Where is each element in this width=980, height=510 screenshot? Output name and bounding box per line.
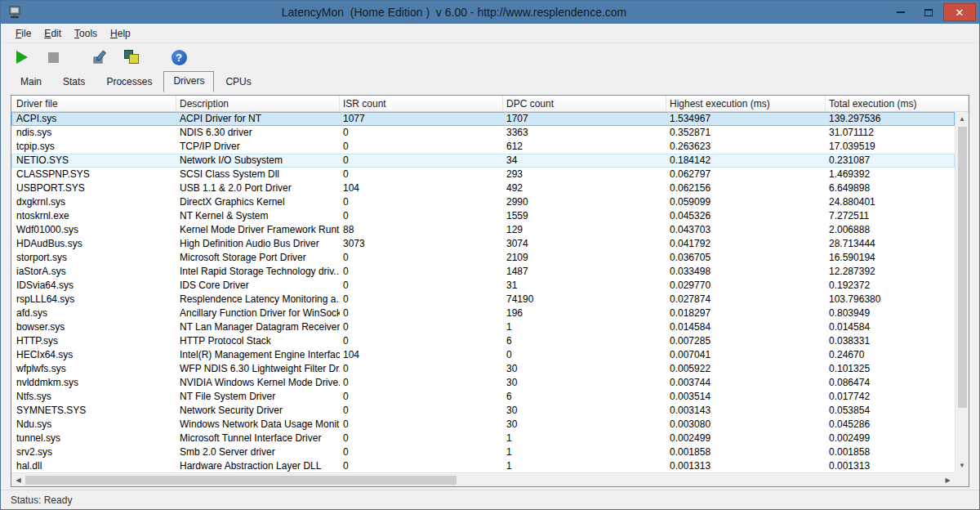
cell: Microsoft Tunnel Interface Driver bbox=[176, 432, 340, 445]
table-row[interactable]: Ndu.sysWindows Network Data Usage Monit.… bbox=[11, 418, 955, 432]
table-row[interactable]: Ntfs.sysNT File System Driver060.0035140… bbox=[11, 390, 955, 404]
table-row[interactable]: ACPI.sysACPI Driver for NT107717071.5349… bbox=[11, 112, 955, 126]
cell: 0 bbox=[340, 154, 503, 168]
title-bar[interactable]: LatencyMon (Home Edition ) v 6.00 - http… bbox=[1, 1, 979, 24]
cell: hal.dll bbox=[11, 459, 176, 473]
tab-processes[interactable]: Processes bbox=[96, 72, 162, 92]
table-row[interactable]: SYMNETS.SYSNetwork Security Driver0300.0… bbox=[11, 404, 955, 418]
cell: 0 bbox=[340, 293, 503, 306]
table-row[interactable]: CLASSPNP.SYSSCSI Class System Dll02930.0… bbox=[11, 168, 955, 181]
cell: Intel Rapid Storage Technology driv... bbox=[176, 265, 340, 279]
cell: 1559 bbox=[503, 209, 666, 223]
table-row[interactable]: dxgkrnl.sysDirectX Graphics Kernel029900… bbox=[11, 195, 955, 209]
column-header-description[interactable]: Description bbox=[176, 96, 340, 111]
menu-item-help[interactable]: Help bbox=[104, 25, 137, 42]
scroll-right-icon[interactable]: ▶ bbox=[941, 473, 955, 487]
vertical-scroll-thumb[interactable] bbox=[958, 127, 967, 408]
table-row[interactable]: ndis.sysNDIS 6.30 driver033630.35287131.… bbox=[11, 126, 955, 140]
horizontal-scroll-thumb[interactable] bbox=[25, 476, 457, 485]
cell: 0.041792 bbox=[666, 237, 826, 251]
cell: 17.039519 bbox=[826, 140, 955, 154]
table-row[interactable]: bowser.sysNT Lan Manager Datagram Receiv… bbox=[11, 320, 955, 334]
tab-drivers[interactable]: Drivers bbox=[163, 71, 214, 92]
vertical-scrollbar[interactable]: ▲ ▼ bbox=[955, 112, 969, 472]
cell: Ancillary Function Driver for WinSock bbox=[176, 306, 340, 320]
help-button[interactable]: ? bbox=[169, 47, 189, 67]
cell: tcpip.sys bbox=[11, 140, 176, 154]
table-row[interactable]: HDAudBus.sysHigh Definition Audio Bus Dr… bbox=[11, 237, 955, 251]
cell: 104 bbox=[340, 348, 503, 362]
table-row[interactable]: srv2.sysSmb 2.0 Server driver010.0018580… bbox=[11, 445, 955, 459]
cell: 0.018297 bbox=[666, 306, 826, 320]
table-row[interactable]: iaStorA.sysIntel Rapid Storage Technolog… bbox=[11, 265, 955, 279]
column-header-isr-count[interactable]: ISR count bbox=[340, 96, 503, 111]
table-row[interactable]: IDSvia64.sysIDS Core Driver0310.0297700.… bbox=[11, 279, 955, 293]
maximize-button[interactable] bbox=[915, 3, 942, 21]
cell: 1.469392 bbox=[826, 168, 955, 181]
cell: 24.880401 bbox=[826, 195, 955, 209]
table-row[interactable]: wfplwfs.sysWFP NDIS 6.30 Lightweight Fil… bbox=[11, 362, 955, 376]
table-row[interactable]: USBPORT.SYSUSB 1.1 & 2.0 Port Driver1044… bbox=[11, 181, 955, 195]
cell: 30 bbox=[503, 404, 666, 418]
scroll-left-icon[interactable]: ◀ bbox=[11, 473, 25, 487]
table-row[interactable]: ntoskrnl.exeNT Kernel & System015590.045… bbox=[11, 209, 955, 223]
table-row[interactable]: hal.dllHardware Abstraction Layer DLL010… bbox=[11, 459, 955, 473]
copy-report-button[interactable] bbox=[122, 47, 141, 67]
cell: 196 bbox=[503, 306, 666, 320]
column-header-total-execution-ms[interactable]: Total execution (ms) bbox=[826, 96, 969, 111]
tab-main[interactable]: Main bbox=[11, 72, 51, 92]
cell: 0.263623 bbox=[666, 140, 826, 154]
minimize-button[interactable] bbox=[888, 3, 914, 21]
table-row[interactable]: HTTP.sysHTTP Protocol Stack060.0072850.0… bbox=[11, 334, 955, 348]
cell: NVIDIA Windows Kernel Mode Drive... bbox=[176, 376, 340, 390]
cell: 12.287392 bbox=[826, 265, 955, 279]
cell: 0.038331 bbox=[826, 334, 955, 348]
cell: Wdf01000.sys bbox=[11, 223, 176, 237]
toolbar: ? bbox=[1, 43, 979, 71]
cell: 0.002499 bbox=[826, 432, 955, 445]
options-button[interactable] bbox=[91, 47, 110, 67]
column-header-driver-file[interactable]: Driver file bbox=[11, 96, 176, 111]
help-icon: ? bbox=[172, 50, 187, 65]
tab-cpus[interactable]: CPUs bbox=[216, 72, 261, 92]
cell: Ndu.sys bbox=[11, 418, 176, 432]
cell: 612 bbox=[503, 140, 666, 154]
cell: Ntfs.sys bbox=[11, 390, 176, 404]
table-row[interactable]: storport.sysMicrosoft Storage Port Drive… bbox=[11, 251, 955, 265]
table-row[interactable]: rspLLL64.sysResplendence Latency Monitor… bbox=[11, 293, 955, 306]
menu-item-edit[interactable]: Edit bbox=[38, 25, 68, 42]
table-row[interactable]: nvlddmkm.sysNVIDIA Windows Kernel Mode D… bbox=[11, 376, 955, 390]
cell: 0 bbox=[340, 168, 503, 181]
cell: 0.101325 bbox=[826, 362, 955, 376]
cell: 0 bbox=[340, 376, 503, 390]
table-row[interactable]: tunnel.sysMicrosoft Tunnel Interface Dri… bbox=[11, 432, 955, 445]
table-row[interactable]: NETIO.SYSNetwork I/O Subsystem0340.18414… bbox=[11, 154, 955, 168]
cell: 6.649898 bbox=[826, 181, 955, 195]
close-button[interactable]: ✕ bbox=[943, 3, 976, 21]
cell: CLASSPNP.SYS bbox=[11, 168, 176, 181]
play-icon bbox=[16, 51, 28, 64]
cell: 0.231087 bbox=[826, 154, 955, 168]
cell: WFP NDIS 6.30 Lightweight Filter Dr... bbox=[176, 362, 340, 376]
cell: 104 bbox=[340, 181, 503, 195]
tab-stats[interactable]: Stats bbox=[53, 72, 95, 92]
cell: 0 bbox=[340, 320, 503, 334]
cell: dxgkrnl.sys bbox=[11, 195, 176, 209]
scroll-up-icon[interactable]: ▲ bbox=[956, 112, 969, 126]
menu-item-tools[interactable]: Tools bbox=[68, 25, 104, 42]
stop-monitor-button[interactable] bbox=[43, 47, 63, 67]
menu-item-file[interactable]: File bbox=[9, 25, 38, 42]
column-header-highest-execution-ms[interactable]: Highest execution (ms) bbox=[666, 96, 826, 111]
start-monitor-button[interactable] bbox=[12, 47, 32, 67]
column-header-dpc-count[interactable]: DPC count bbox=[503, 96, 666, 111]
scroll-down-icon[interactable]: ▼ bbox=[956, 459, 969, 472]
table-row[interactable]: tcpip.sysTCP/IP Driver06120.26362317.039… bbox=[11, 140, 955, 154]
table-row[interactable]: HECIx64.sysIntel(R) Management Engine In… bbox=[11, 348, 955, 362]
cell: srv2.sys bbox=[11, 445, 176, 459]
cell: 0.053854 bbox=[826, 404, 955, 418]
table-row[interactable]: Wdf01000.sysKernel Mode Driver Framework… bbox=[11, 223, 955, 237]
horizontal-scrollbar[interactable]: ◀ ▶ bbox=[11, 472, 955, 486]
table-row[interactable]: afd.sysAncillary Function Driver for Win… bbox=[11, 306, 955, 320]
cell: iaStorA.sys bbox=[11, 265, 176, 279]
app-icon bbox=[7, 5, 22, 20]
